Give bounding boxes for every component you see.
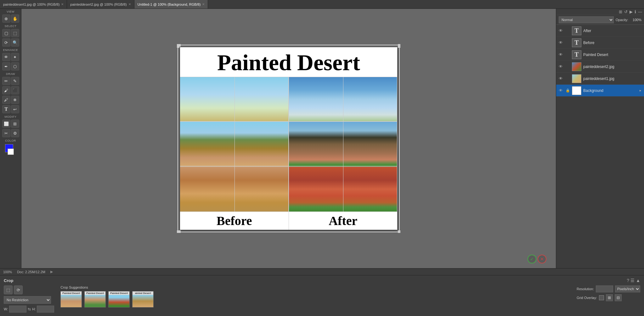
background-color[interactable]: [8, 149, 14, 155]
tab-0-label: painteddesert1.jpg @ 100% (RGB/8): [3, 3, 59, 6]
crop-restriction-select[interactable]: No Restriction Original Ratio 1:1 (Squar…: [4, 296, 51, 304]
canvas-area: Painted Desert: [21, 9, 556, 268]
bottom-panel-controls: ? ☰ ▲: [627, 278, 640, 283]
layer-bg-expand[interactable]: ▸: [640, 88, 641, 93]
enhance-tool-3[interactable]: ✒: [2, 62, 10, 71]
layer-pd1[interactable]: 👁 painteddesert1.jpg: [556, 73, 644, 85]
grid-icon-3x3[interactable]: ⊞: [606, 294, 613, 301]
tab-2-close[interactable]: ✕: [202, 3, 205, 6]
draw-tools-3: 🖋 ❄: [0, 95, 21, 104]
before-label: Before: [180, 212, 289, 230]
before-mid-image: [180, 122, 288, 166]
crop-aspect-btn[interactable]: ⬚: [4, 285, 13, 294]
layer-pd2[interactable]: 👁 painteddesert2.jpg: [556, 61, 644, 73]
grid-check-none[interactable]: [599, 295, 604, 300]
list-icon[interactable]: ☰: [630, 278, 635, 283]
grid-icon-full[interactable]: ⊟: [615, 294, 622, 301]
modify-tools-2: ✂ ⚙: [0, 128, 21, 138]
layer-pd2-name: painteddesert2.jpg: [583, 65, 641, 69]
layer-before-eye[interactable]: 👁: [559, 40, 564, 45]
select-tool-2[interactable]: ⬚: [11, 29, 19, 37]
crop-restriction-row: No Restriction Original Ratio 1:1 (Squar…: [4, 296, 54, 304]
draw-tool-6[interactable]: ❄: [11, 96, 19, 104]
select-tool-1[interactable]: ▢: [2, 29, 10, 37]
minimize-icon[interactable]: —: [638, 9, 642, 14]
layer-bg-icon: [572, 86, 581, 95]
layer-pd1-eye[interactable]: 👁: [559, 76, 564, 81]
enhance-tools-2: ✒ ⬡: [0, 62, 21, 71]
swap-icon[interactable]: ⇆: [28, 307, 31, 311]
layer-before[interactable]: 👁 T Before: [556, 37, 644, 49]
tab-1-close[interactable]: ✕: [128, 3, 131, 6]
collapse-icon[interactable]: ▲: [636, 278, 640, 283]
grid-overlay-row: Grid Overlay: ⊞ ⊟: [577, 294, 640, 301]
crop-rotate-btn[interactable]: ⟳: [14, 285, 23, 294]
enhance-tool-4[interactable]: ⬡: [11, 62, 19, 71]
help-icon[interactable]: ?: [627, 278, 629, 283]
tab-0-close[interactable]: ✕: [61, 3, 64, 6]
layer-pd-eye[interactable]: 👁: [559, 52, 564, 57]
view-tool-1[interactable]: ⊕: [2, 14, 10, 23]
layer-before-icon: T: [572, 38, 581, 47]
crop-content: ⬚ ⟳ No Restriction Original Ratio 1:1 (S…: [4, 285, 640, 313]
draw-tool-4[interactable]: ⬛: [11, 86, 19, 94]
eraser-tool[interactable]: ↩: [11, 105, 19, 113]
view-tool-2[interactable]: ✋: [11, 14, 19, 23]
enhance-label: ENHANCE: [0, 47, 21, 52]
actions-icon[interactable]: ▶: [630, 9, 633, 14]
select-tools: ▢ ⬚: [0, 28, 21, 38]
info-icon[interactable]: ℹ: [635, 9, 636, 14]
draw-tool-3[interactable]: 🖌: [2, 86, 10, 94]
layer-pd2-icon: [572, 62, 581, 71]
suggestion-4[interactable]: ainted Desert: [132, 291, 154, 308]
layer-after-eye[interactable]: 👁: [559, 28, 564, 33]
suggestion-1[interactable]: Painted Desert: [60, 291, 82, 308]
modify-tool-2[interactable]: ⊞: [11, 120, 19, 128]
modify-tool-4[interactable]: ⚙: [11, 129, 19, 137]
draw-tool-1[interactable]: ✏: [2, 77, 10, 85]
layers-icon[interactable]: ⊞: [619, 9, 622, 14]
layer-bg-eye[interactable]: 👁: [559, 88, 564, 93]
draw-tools-2: 🖌 ⬛: [0, 86, 21, 95]
opacity-label: Opacity:: [616, 18, 628, 22]
history-icon[interactable]: ↺: [624, 9, 628, 14]
tab-1[interactable]: painteddesert2.jpg @ 100% (RGB/8) ✕: [67, 0, 134, 8]
width-input[interactable]: [9, 306, 26, 313]
text-tool[interactable]: T: [2, 105, 10, 113]
modify-label: MODIFY: [0, 114, 21, 119]
suggestion-2[interactable]: Painted Desert: [84, 291, 106, 308]
bottom-panel: Crop ? ☰ ▲ ⬚ ⟳ No Restriction Original R…: [0, 275, 644, 316]
enhance-tool-1[interactable]: 👁: [2, 53, 10, 61]
layer-background[interactable]: 👁 🔒 Background ▸: [556, 85, 644, 97]
status-arrow[interactable]: ▶: [50, 270, 53, 274]
crop-confirm-button[interactable]: ✓: [528, 255, 536, 263]
pixels-per-inch-select[interactable]: Pixels/Inch Pixels/cm: [615, 285, 640, 292]
height-input[interactable]: [37, 306, 54, 313]
modify-tool-3[interactable]: ✂: [2, 129, 10, 137]
after-sky-cell: [289, 77, 397, 122]
tab-0[interactable]: painteddesert1.jpg @ 100% (RGB/8) ✕: [0, 0, 67, 8]
layer-after[interactable]: 👁 T After: [556, 25, 644, 37]
main-area: VIEW ⊕ ✋ SELECT ▢ ⬚ ⟳ 🔍 ENHANCE 👁 ✦ ✒ ⬡ …: [0, 9, 644, 268]
bottom-panel-header: Crop ? ☰ ▲: [4, 278, 640, 283]
blend-mode-select[interactable]: Normal: [559, 16, 614, 23]
layer-pd1-name: painteddesert1.jpg: [583, 76, 641, 81]
draw-tool-2[interactable]: ✎: [11, 77, 19, 85]
select-tool-4[interactable]: 🔍: [11, 38, 19, 47]
select-label: SELECT: [0, 23, 21, 28]
document-labels: Before After: [180, 212, 397, 230]
before-mid-cell: [180, 122, 288, 167]
select-tool-3[interactable]: ⟳: [2, 38, 10, 47]
resolution-input[interactable]: [596, 285, 613, 292]
layer-painted-desert[interactable]: 👁 T Painted Desert: [556, 49, 644, 61]
layer-bg-lock: 🔒: [566, 88, 570, 93]
modify-tool-1[interactable]: ⬜: [2, 120, 10, 128]
suggestion-3[interactable]: Painted Desert: [108, 291, 130, 308]
tab-2[interactable]: Untitled-1 @ 100% (Background, RGB/8) ✕: [134, 0, 208, 8]
doc-info: Doc: 2.25M/12.2M: [17, 270, 45, 274]
crop-cancel-button[interactable]: ✕: [538, 255, 546, 263]
draw-tool-5[interactable]: 🖋: [2, 96, 10, 104]
enhance-tool-2[interactable]: ✦: [11, 53, 19, 61]
layer-after-icon: T: [572, 26, 581, 35]
layer-pd2-eye[interactable]: 👁: [559, 64, 564, 69]
